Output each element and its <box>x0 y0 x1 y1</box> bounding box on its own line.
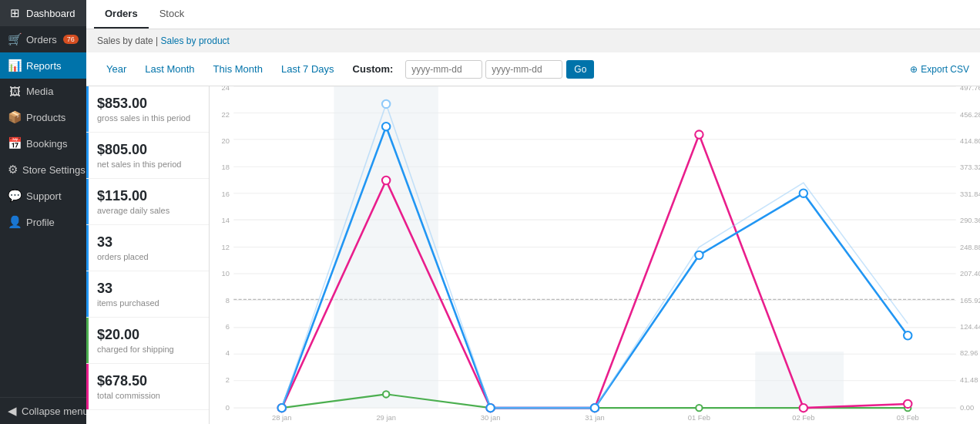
sidebar-label-dashboard: Dashboard <box>26 8 76 19</box>
stat-label-shipping: charged for shipping <box>97 345 198 354</box>
svg-text:82.96: 82.96 <box>960 349 978 357</box>
filter-btn-this-month[interactable]: This Month <box>204 59 272 79</box>
x-axis-labels: 28 jan 29 jan 30 jan 31 jan 01 Feb 02 Fe… <box>272 414 919 422</box>
stat-commission: $678.50 total commission <box>86 364 209 410</box>
custom-date-from[interactable] <box>405 60 482 79</box>
sidebar-item-bookings[interactable]: 📅 Bookings <box>0 130 86 156</box>
report-body: $853.00 gross sales in this period $805.… <box>86 86 980 424</box>
svg-text:41.48: 41.48 <box>960 376 978 384</box>
collapse-icon: ◀ <box>8 404 17 418</box>
tabs-bar: OrdersStock <box>86 0 980 29</box>
stat-shipping: $20.00 charged for shipping <box>86 318 209 364</box>
sidebar-item-store-settings[interactable]: ⚙ Store Settings <box>0 156 86 183</box>
collapse-menu[interactable]: ◀ Collapse menu <box>0 397 86 424</box>
export-csv-link[interactable]: ⊕ Export CSV <box>910 64 969 75</box>
stat-label-orders-placed: orders placed <box>97 252 198 261</box>
stat-value-items: 33 <box>97 281 198 297</box>
sidebar-item-profile[interactable]: 👤 Profile <box>0 209 86 235</box>
svg-text:290.36: 290.36 <box>960 217 980 224</box>
green-dot <box>696 405 702 411</box>
reports-icon: 📊 <box>8 59 22 72</box>
tab-stock[interactable]: Stock <box>149 0 196 29</box>
stat-label-items: items purchased <box>97 298 198 308</box>
pink-dot <box>695 130 703 138</box>
stat-value-orders-placed: 33 <box>97 234 198 251</box>
sales-chart: 0 2 4 6 8 10 12 14 16 18 20 22 24 0.00 <box>210 86 980 424</box>
date-filter-bar: YearLast MonthThis MonthLast 7 DaysCusto… <box>86 52 980 86</box>
svg-text:4: 4 <box>226 349 230 357</box>
pink-dot <box>800 404 807 412</box>
sidebar-item-products[interactable]: 📦 Products <box>0 104 86 130</box>
blue-dot <box>486 404 494 412</box>
stat-items: 33 items purchased <box>86 271 209 318</box>
stat-bar-gross <box>86 86 89 132</box>
svg-text:10: 10 <box>222 270 230 278</box>
sidebar-label-support: Support <box>26 190 62 202</box>
y-axis-right-labels: 0.00 41.48 82.96 124.44 165.92 207.40 24… <box>960 86 980 412</box>
svg-text:165.92: 165.92 <box>960 297 980 305</box>
blue-dot <box>278 404 286 412</box>
svg-text:28 jan: 28 jan <box>272 414 292 422</box>
svg-rect-47 <box>334 86 438 408</box>
svg-text:30 jan: 30 jan <box>481 414 501 422</box>
y-axis-labels: 0 2 4 6 8 10 12 14 16 18 20 22 24 <box>222 86 230 412</box>
pink-dot <box>382 177 390 184</box>
tab-orders[interactable]: Orders <box>94 0 149 29</box>
stat-label-net: net sales in this period <box>97 160 198 169</box>
support-icon: 💬 <box>8 189 22 203</box>
stat-label-avg-daily: average daily sales <box>97 206 198 215</box>
sales-by-product-link[interactable]: Sales by product <box>161 35 230 46</box>
svg-text:24: 24 <box>222 86 230 92</box>
svg-text:248.88: 248.88 <box>960 244 980 251</box>
export-csv-label: Export CSV <box>921 64 969 75</box>
stat-orders-placed: 33 orders placed <box>86 225 209 271</box>
blue-dot <box>591 404 599 412</box>
dashboard-icon: ⊞ <box>8 6 22 20</box>
filter-btn-custom[interactable]: Custom: <box>344 59 403 79</box>
svg-text:12: 12 <box>222 244 230 251</box>
sidebar-label-orders: Orders <box>26 34 57 45</box>
stat-value-commission: $678.50 <box>97 373 198 389</box>
sidebar-label-profile: Profile <box>26 217 55 228</box>
sidebar-item-orders[interactable]: 🛒 Orders 76 <box>0 26 86 52</box>
svg-text:16: 16 <box>222 190 230 198</box>
svg-text:29 jan: 29 jan <box>376 414 396 422</box>
stat-net: $805.00 net sales in this period <box>86 133 209 179</box>
store-settings-icon: ⚙ <box>8 163 18 177</box>
sidebar-item-reports[interactable]: 📊 Reports <box>0 52 86 79</box>
filter-btn-year[interactable]: Year <box>97 59 136 79</box>
sidebar-label-media: Media <box>26 86 53 97</box>
svg-text:207.40: 207.40 <box>960 270 980 278</box>
stat-value-gross: $853.00 <box>97 96 198 112</box>
svg-text:18: 18 <box>222 163 230 171</box>
blue-dot <box>904 331 911 339</box>
svg-text:01 Feb: 01 Feb <box>688 414 710 422</box>
plus-circle-icon: ⊕ <box>910 64 918 75</box>
sidebar-item-media[interactable]: 🖼 Media <box>0 79 86 104</box>
svg-text:373.32: 373.32 <box>960 163 980 171</box>
bookings-icon: 📅 <box>8 136 22 150</box>
filter-btn-last-7-days[interactable]: Last 7 Days <box>272 59 344 79</box>
custom-date-to[interactable] <box>485 60 562 79</box>
collapse-label: Collapse menu <box>22 405 89 417</box>
stat-bar-items <box>86 271 89 317</box>
tabs-container: OrdersStock <box>94 0 195 29</box>
go-button[interactable]: Go <box>566 60 594 79</box>
stat-label-commission: total commission <box>97 391 198 400</box>
svg-text:331.84: 331.84 <box>960 190 980 198</box>
svg-text:6: 6 <box>226 323 230 331</box>
svg-text:31 jan: 31 jan <box>585 414 605 422</box>
sidebar-label-bookings: Bookings <box>26 138 67 150</box>
filter-btn-last-month[interactable]: Last Month <box>136 59 203 79</box>
main-content: OrdersStock Sales by date | Sales by pro… <box>86 0 980 424</box>
stat-avg-daily: $115.00 average daily sales <box>86 179 209 225</box>
svg-text:497.76: 497.76 <box>960 86 980 92</box>
svg-text:414.80: 414.80 <box>960 137 980 145</box>
sidebar-item-dashboard[interactable]: ⊞ Dashboard <box>0 0 86 26</box>
sidebar-item-support[interactable]: 💬 Support <box>0 183 86 209</box>
svg-text:20: 20 <box>222 137 230 145</box>
filter-buttons: YearLast MonthThis MonthLast 7 DaysCusto… <box>97 59 402 79</box>
svg-text:456.28: 456.28 <box>960 111 980 119</box>
svg-text:0: 0 <box>226 404 230 412</box>
orders-icon: 🛒 <box>8 32 22 46</box>
